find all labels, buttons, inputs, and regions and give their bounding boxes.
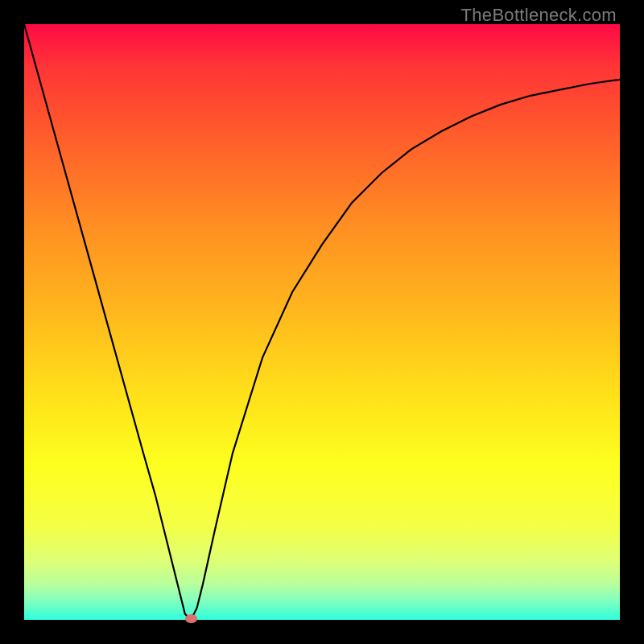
minimum-marker bbox=[185, 614, 197, 623]
watermark-text: TheBottleneck.com bbox=[461, 5, 617, 26]
bottleneck-curve bbox=[24, 24, 620, 620]
curve-svg bbox=[24, 24, 620, 620]
chart-frame: TheBottleneck.com bbox=[0, 0, 644, 644]
plot-area bbox=[24, 24, 620, 620]
